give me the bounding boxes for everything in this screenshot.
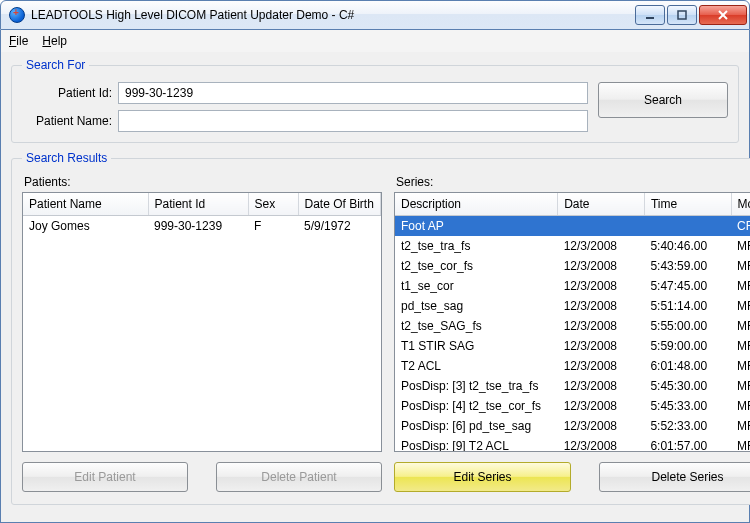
menu-file-rest: ile	[16, 34, 28, 48]
cell: 12/3/2008	[558, 236, 645, 256]
table-row[interactable]: T2 ACL12/3/20086:01:48.00MR	[395, 356, 750, 376]
cell: 12/3/2008	[558, 416, 645, 436]
cell: 12/3/2008	[558, 276, 645, 296]
results-legend: Search Results	[22, 151, 111, 165]
table-row[interactable]: t2_tse_cor_fs12/3/20085:43:59.00MR	[395, 256, 750, 276]
titlebar: LEADTOOLS High Level DICOM Patient Updat…	[0, 0, 750, 30]
table-row[interactable]: PosDisp: [6] pd_tse_sag12/3/20085:52:33.…	[395, 416, 750, 436]
table-row[interactable]: Foot APCR	[395, 215, 750, 236]
series-col-modality[interactable]: Mod	[731, 193, 750, 215]
cell: 5:40:46.00	[644, 236, 731, 256]
patient-name-input[interactable]	[118, 110, 588, 132]
cell: 999-30-1239	[148, 215, 248, 236]
cell: 12/3/2008	[558, 376, 645, 396]
cell: 12/3/2008	[558, 336, 645, 356]
patients-col-id[interactable]: Patient Id	[148, 193, 248, 215]
cell: MR	[731, 236, 750, 256]
cell: T1 STIR SAG	[395, 336, 558, 356]
table-row[interactable]: PosDisp: [9] T2 ACL12/3/20086:01:57.00MR	[395, 436, 750, 453]
cell: MR	[731, 296, 750, 316]
minimize-button[interactable]	[635, 5, 665, 25]
cell: MR	[731, 396, 750, 416]
cell: 12/3/2008	[558, 256, 645, 276]
menu-help[interactable]: Help	[42, 34, 67, 48]
cell: MR	[731, 336, 750, 356]
cell: t2_tse_tra_fs	[395, 236, 558, 256]
table-row[interactable]: pd_tse_sag12/3/20085:51:14.00MR	[395, 296, 750, 316]
cell: Foot AP	[395, 215, 558, 236]
cell: 12/3/2008	[558, 436, 645, 453]
table-row[interactable]: t1_se_cor12/3/20085:47:45.00MR	[395, 276, 750, 296]
cell	[558, 215, 645, 236]
cell: 5:55:00.00	[644, 316, 731, 336]
patients-col-sex[interactable]: Sex	[248, 193, 298, 215]
series-col-date[interactable]: Date	[558, 193, 645, 215]
delete-patient-button[interactable]: Delete Patient	[216, 462, 382, 492]
table-row[interactable]: Joy Gomes999-30-1239F5/9/1972	[23, 215, 381, 236]
edit-series-button[interactable]: Edit Series	[394, 462, 571, 492]
patients-grid[interactable]: Patient Name Patient Id Sex Date Of Birt…	[22, 192, 382, 452]
cell: MR	[731, 376, 750, 396]
close-button[interactable]	[699, 5, 747, 25]
cell: 5:52:33.00	[644, 416, 731, 436]
patients-col-name[interactable]: Patient Name	[23, 193, 148, 215]
patients-panel: Patients: Patient Name Patient Id Sex Da…	[22, 175, 382, 492]
cell: MR	[731, 436, 750, 453]
patient-id-input[interactable]	[118, 82, 588, 104]
cell: 12/3/2008	[558, 396, 645, 416]
patients-col-dob[interactable]: Date Of Birth	[298, 193, 381, 215]
table-row[interactable]: t2_tse_tra_fs12/3/20085:40:46.00MR	[395, 236, 750, 256]
app-icon	[9, 7, 25, 23]
patients-header-row: Patient Name Patient Id Sex Date Of Birt…	[23, 193, 381, 215]
cell: 12/3/2008	[558, 296, 645, 316]
edit-patient-button[interactable]: Edit Patient	[22, 462, 188, 492]
series-header-row: Description Date Time Mod	[395, 193, 750, 215]
cell: MR	[731, 356, 750, 376]
table-row[interactable]: t2_tse_SAG_fs12/3/20085:55:00.00MR	[395, 316, 750, 336]
cell: t1_se_cor	[395, 276, 558, 296]
maximize-button[interactable]	[667, 5, 697, 25]
cell: t2_tse_SAG_fs	[395, 316, 558, 336]
window-title: LEADTOOLS High Level DICOM Patient Updat…	[31, 8, 635, 22]
cell: 5:51:14.00	[644, 296, 731, 316]
series-col-time[interactable]: Time	[644, 193, 731, 215]
series-label: Series:	[396, 175, 750, 189]
cell: PosDisp: [4] t2_tse_cor_fs	[395, 396, 558, 416]
cell: Joy Gomes	[23, 215, 148, 236]
cell: 5:45:33.00	[644, 396, 731, 416]
table-row[interactable]: PosDisp: [4] t2_tse_cor_fs12/3/20085:45:…	[395, 396, 750, 416]
cell: t2_tse_cor_fs	[395, 256, 558, 276]
cell: MR	[731, 276, 750, 296]
table-row[interactable]: T1 STIR SAG12/3/20085:59:00.00MR	[395, 336, 750, 356]
delete-series-button[interactable]: Delete Series	[599, 462, 750, 492]
menu-file[interactable]: File	[9, 34, 28, 48]
menu-help-rest: elp	[51, 34, 67, 48]
cell: F	[248, 215, 298, 236]
series-grid[interactable]: Description Date Time Mod Foot APCRt2_ts…	[394, 192, 750, 452]
search-button[interactable]: Search	[598, 82, 728, 118]
patient-id-label: Patient Id:	[22, 86, 112, 100]
cell: 5:47:45.00	[644, 276, 731, 296]
results-groupbox: Search Results Patients: Patient Name Pa…	[11, 151, 750, 505]
cell: 12/3/2008	[558, 356, 645, 376]
patient-name-label: Patient Name:	[22, 114, 112, 128]
series-panel: Series: Description Date Time Mod F	[394, 175, 750, 492]
svg-rect-1	[678, 11, 686, 19]
table-row[interactable]: PosDisp: [3] t2_tse_tra_fs12/3/20085:45:…	[395, 376, 750, 396]
cell: CR	[731, 215, 750, 236]
cell: PosDisp: [6] pd_tse_sag	[395, 416, 558, 436]
cell: 5/9/1972	[298, 215, 381, 236]
cell: PosDisp: [9] T2 ACL	[395, 436, 558, 453]
cell: 5:59:00.00	[644, 336, 731, 356]
cell: pd_tse_sag	[395, 296, 558, 316]
cell: MR	[731, 416, 750, 436]
client-area: Search For Patient Id: Patient Name: Sea…	[0, 52, 750, 523]
window-buttons	[635, 5, 747, 25]
cell	[644, 215, 731, 236]
menubar: File Help	[0, 30, 750, 52]
cell: PosDisp: [3] t2_tse_tra_fs	[395, 376, 558, 396]
cell: 5:43:59.00	[644, 256, 731, 276]
search-legend: Search For	[22, 58, 89, 72]
cell: T2 ACL	[395, 356, 558, 376]
series-col-description[interactable]: Description	[395, 193, 558, 215]
